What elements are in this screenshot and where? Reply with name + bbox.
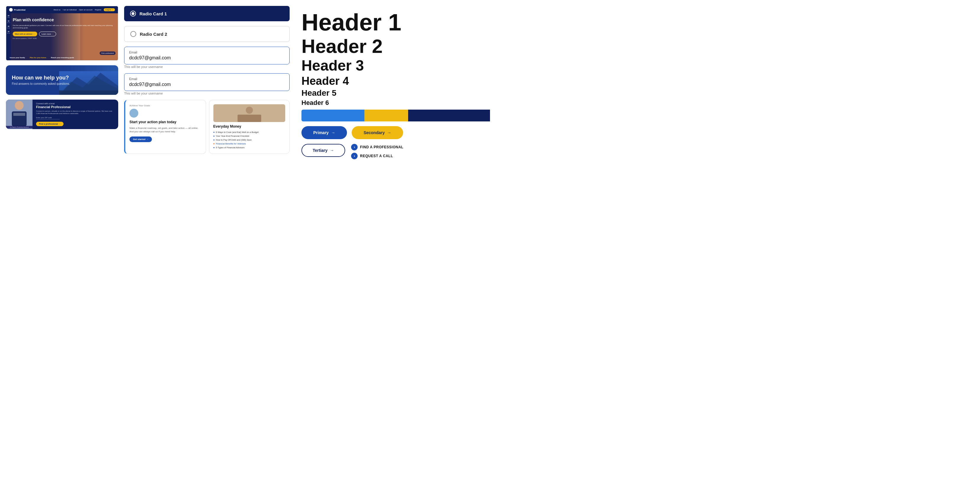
hero-link-insure: Insure your family — [10, 57, 25, 59]
email-value-2: dcdc97@gmail.com — [129, 82, 285, 87]
radio-label-1: Radio Card 1 — [140, 11, 167, 16]
connect-photo: Joe Radenic, Financial professional — [6, 100, 32, 129]
list-icon-4: ● — [213, 142, 215, 145]
help-banner: How can we help you? Find answers to com… — [6, 65, 118, 95]
svg-rect-11 — [237, 114, 261, 122]
swatch-blue — [301, 110, 364, 121]
email-hint-1: This will be your username — [124, 65, 290, 68]
svg-point-10 — [246, 106, 253, 114]
svg-point-7 — [132, 110, 136, 114]
find-professional-label: FIND A PROFESSIONAL — [360, 145, 403, 149]
sidebar-plan: Plan — [7, 15, 10, 18]
nav-link-register: Register — [95, 9, 101, 11]
person-illustration — [9, 100, 30, 129]
card-everyday-money: Everyday Money ● 6 Ways to Cook (and Eat… — [209, 100, 290, 154]
card-start-title: Start your action plan today — [129, 120, 202, 125]
tertiary-arrow: → — [330, 148, 334, 153]
find-professional-icon: › — [351, 144, 358, 150]
email-input-2[interactable]: Email dcdc97@gmail.com — [124, 73, 290, 91]
cards-row: Achieve Your Goals Start your action pla… — [124, 100, 290, 154]
request-call-link[interactable]: › REQUEST A CALL — [351, 153, 403, 159]
list-icon-5: ● — [213, 146, 215, 149]
bottom-buttons-area: Tertiary → › FIND A PROFESSIONAL › REQUE… — [301, 144, 490, 159]
nav-login-btn[interactable]: Log in → — [104, 8, 115, 11]
connect-title: Financial Professional — [36, 105, 115, 109]
radio-label-2: Radio Card 2 — [140, 32, 167, 37]
nav-logo-text: Prudential — [14, 9, 25, 11]
email-value-1: dcdc97@gmail.com — [129, 55, 285, 60]
heading-6: Header 6 — [301, 100, 490, 106]
email-hint-2: This will be your username — [124, 92, 290, 95]
secondary-arrow: → — [387, 130, 391, 135]
heading-5: Header 5 — [301, 89, 490, 97]
nav-link-about: About us — [54, 9, 60, 11]
left-column: Prudential About us I am an individual O… — [6, 6, 118, 164]
list-item-3: ● How to Pay Off Debt and (Still) Save — [213, 138, 285, 142]
list-item-1: ● 6 Ways to Cook (and Eat) Well on a Bud… — [213, 130, 285, 134]
list-icon-1: ● — [213, 131, 215, 133]
radio-card-2[interactable]: Radio Card 2 — [124, 26, 290, 42]
email-input-1[interactable]: Email dcdc97@gmail.com — [124, 47, 290, 64]
link-buttons: › FIND A PROFESSIONAL › REQUEST A CALL — [351, 144, 403, 159]
hero-link-plan: Plan for your future — [30, 57, 46, 59]
sidebar-retire: Retire — [7, 31, 10, 34]
sidebar-insure: Insure — [7, 26, 10, 29]
website-screenshot: Prudential About us I am an individual O… — [6, 6, 118, 60]
hero-subtitle: Get the personalized guidance you want. … — [13, 24, 115, 29]
connect-desc: Connect in person, virtually or on the p… — [36, 110, 115, 115]
hero-service-text: For service questions, START HERE. — [13, 38, 115, 39]
svg-point-8 — [130, 114, 137, 118]
nav-bar: Prudential About us I am an individual O… — [6, 6, 118, 13]
sidebar-invest: Invest — [7, 21, 10, 23]
list-icon-3: ● — [213, 138, 215, 141]
heading-2: Header 2 — [301, 37, 490, 56]
color-swatches — [301, 110, 490, 121]
person-name: Joe Radenic, Financial professional — [6, 126, 32, 129]
nav-sidebar: Plan Invest Insure Retire — [6, 13, 11, 60]
heading-4: Header 4 — [301, 75, 490, 87]
email-input-group-2: Email dcdc97@gmail.com This will be your… — [124, 73, 290, 95]
svg-rect-4 — [15, 101, 24, 110]
get-started-btn[interactable]: Get started → — [129, 137, 152, 142]
list-item-2: ● Your Year-End Financial Checklist — [213, 134, 285, 138]
help-subtitle: Find answers to commonly asked questions… — [12, 82, 70, 86]
hero-advisor-btn[interactable]: Meet with an advisor → — [13, 32, 37, 37]
hero-learn-btn[interactable]: Learn more → — [39, 32, 56, 37]
connect-content: Connect with a local Financial Professio… — [32, 100, 118, 129]
svg-rect-3 — [59, 91, 118, 95]
swatch-navy — [408, 110, 490, 121]
card-start-plan: Achieve Your Goals Start your action pla… — [124, 100, 206, 154]
primary-arrow: → — [331, 130, 335, 135]
find-professional-link[interactable]: › FIND A PROFESSIONAL — [351, 144, 403, 150]
hero-link-invest: Reach your investing goals — [51, 57, 74, 59]
primary-secondary-row: Primary → Secondary → — [301, 126, 490, 139]
svg-rect-6 — [13, 113, 25, 116]
tertiary-button[interactable]: Tertiary → — [301, 144, 345, 157]
hero-title: Plan with confidence — [13, 17, 115, 22]
connect-zip: Enter your ZIP code — [36, 117, 60, 119]
request-call-label: REQUEST A CALL — [360, 154, 393, 158]
radio-circle-1 — [130, 11, 136, 17]
radio-card-1[interactable]: Radio Card 1 — [124, 6, 290, 21]
find-pro-badge: Find a professional — [100, 51, 116, 55]
email-label-2: Email — [129, 77, 285, 81]
connect-find-pro-btn[interactable]: Find a professional → — [36, 122, 64, 126]
card-photo — [213, 104, 285, 122]
connect-pretitle: Connect with a local — [36, 103, 115, 105]
nav-logo: Prudential — [9, 8, 25, 11]
card-avatar — [129, 109, 138, 118]
email-label-1: Email — [129, 51, 285, 54]
radio-circle-2 — [130, 31, 136, 37]
email-input-group-1: Email dcdc97@gmail.com This will be your… — [124, 47, 290, 68]
right-column: Header 1 Header 2 Header 3 Header 4 Head… — [296, 6, 490, 164]
list-item-5: ● 5 Types of Financial Advisors — [213, 146, 285, 149]
middle-column: Radio Card 1 Radio Card 2 Email dcdc97@g… — [124, 6, 290, 164]
card-start-desc: Make a financial roadmap, set goals, and… — [129, 127, 202, 133]
hero-text: Plan with confidence Get the personalize… — [6, 13, 118, 43]
primary-button[interactable]: Primary → — [301, 126, 347, 139]
heading-3: Header 3 — [301, 58, 490, 73]
swatch-yellow — [364, 110, 409, 121]
secondary-button[interactable]: Secondary → — [352, 126, 403, 139]
list-item-4: ● Financial Benefits for Veterans — [213, 142, 285, 146]
help-banner-content: How can we help you? Find answers to com… — [12, 75, 70, 86]
